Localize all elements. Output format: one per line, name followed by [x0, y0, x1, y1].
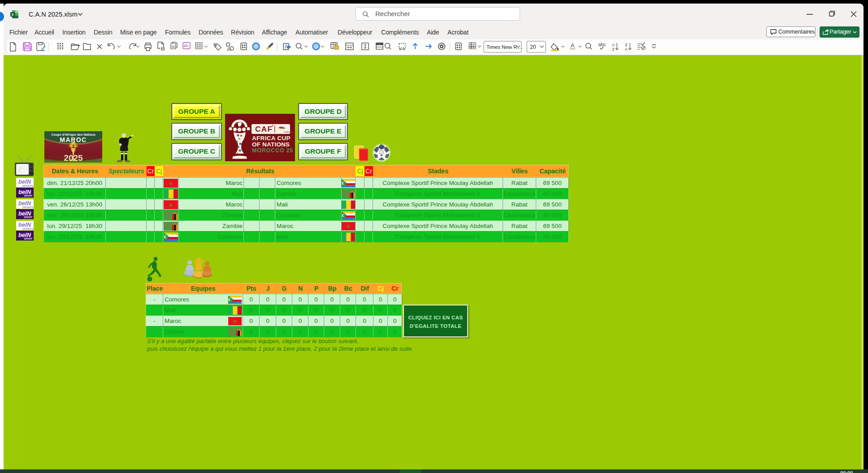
svg-text:®: ® [272, 125, 273, 127]
svg-text:abc: abc [598, 42, 606, 47]
svg-text:CAF: CAF [255, 125, 273, 133]
svg-text:A: A [571, 42, 575, 49]
svg-text:MOROCCO 25: MOROCCO 25 [252, 147, 293, 154]
svg-text:OF NATIONS: OF NATIONS [252, 141, 290, 148]
svg-text:SPORT: SPORT [24, 216, 33, 219]
svg-text:SPORT: SPORT [24, 194, 33, 197]
svg-text:A: A [625, 47, 628, 52]
svg-text:x: x [11, 12, 13, 17]
svg-text:SPORT: SPORT [24, 237, 33, 240]
svg-text:Z: Z [612, 47, 615, 52]
svg-text:Times New R…: Times New R… [486, 44, 522, 50]
svg-text:SPORTS: SPORTS [22, 206, 34, 209]
svg-text:TotalEnergies: TotalEnergies [284, 131, 294, 133]
svg-text:SPORTS: SPORTS [22, 185, 34, 187]
svg-text:2025: 2025 [64, 153, 83, 163]
svg-text:SPORTS: SPORTS [22, 228, 34, 230]
svg-text:20: 20 [530, 44, 536, 50]
